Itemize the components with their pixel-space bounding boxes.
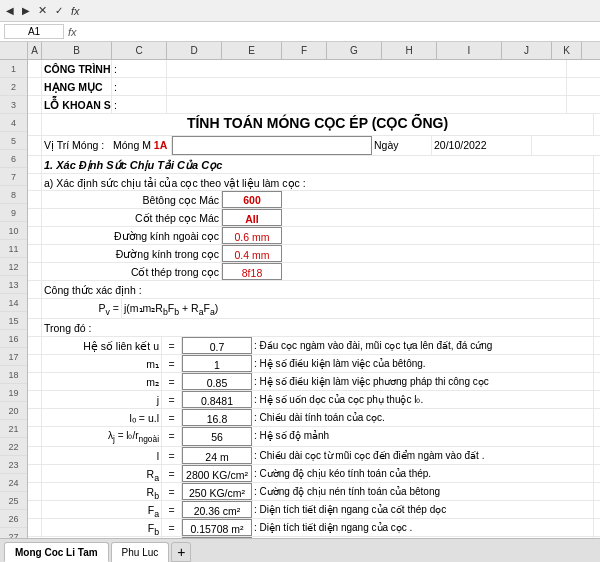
row-num-14[interactable]: 14 — [0, 294, 27, 312]
row-num-11[interactable]: 11 — [0, 240, 27, 258]
cell-vi-tri-input[interactable] — [172, 136, 372, 155]
row-num-18[interactable]: 18 — [0, 366, 27, 384]
cell-a-rb[interactable] — [28, 483, 42, 500]
cell-a7[interactable] — [28, 174, 42, 190]
col-header-f[interactable]: F — [282, 42, 327, 59]
cell-dkn-value[interactable]: 0.6 mm — [222, 227, 282, 244]
row-num-10[interactable]: 10 — [0, 222, 27, 240]
row-num-23[interactable]: 23 — [0, 456, 27, 474]
row-num-27[interactable]: 27 — [0, 528, 27, 538]
cell-a4[interactable] — [28, 114, 42, 135]
row-num-8[interactable]: 8 — [0, 186, 27, 204]
cell-a14[interactable] — [28, 299, 42, 318]
cell-c3[interactable]: : — [112, 96, 167, 113]
cell-a-ra[interactable] — [28, 465, 42, 482]
cell-c2[interactable]: : — [112, 78, 167, 95]
cell-a-pv[interactable] — [28, 537, 42, 538]
cell-a10[interactable] — [28, 227, 42, 244]
cell-dkt-value[interactable]: 0.4 mm — [222, 245, 282, 262]
toolbar-icon-forward[interactable]: ▶ — [20, 5, 32, 16]
col-header-j[interactable]: J — [502, 42, 552, 59]
cell-a-u[interactable] — [28, 337, 42, 354]
row-num-1[interactable]: 1 — [0, 60, 27, 78]
row-num-3[interactable]: 3 — [0, 96, 27, 114]
row-num-16[interactable]: 16 — [0, 330, 27, 348]
row-num-4[interactable]: 4 — [0, 114, 27, 132]
cell-d1-span[interactable] — [167, 60, 567, 77]
tab-mong-coc-li-tam[interactable]: Mong Coc Li Tam — [4, 542, 109, 562]
row-num-20[interactable]: 20 — [0, 402, 27, 420]
row-num-2[interactable]: 2 — [0, 78, 27, 96]
row-num-7[interactable]: 7 — [0, 168, 27, 186]
row-num-13[interactable]: 13 — [0, 276, 27, 294]
col-header-e[interactable]: E — [222, 42, 282, 59]
cell-a13[interactable] — [28, 281, 42, 298]
col-header-d[interactable]: D — [167, 42, 222, 59]
cell-a5[interactable] — [28, 136, 42, 155]
cell-b2[interactable]: HẠNG MỤC — [42, 78, 112, 95]
col-header-i[interactable]: I — [437, 42, 502, 59]
cell-betong-value[interactable]: 600 — [222, 191, 282, 208]
cell-l0-value[interactable]: 16.8 — [182, 409, 252, 426]
col-header-b[interactable]: B — [42, 42, 112, 59]
cell-b1[interactable]: CÔNG TRÌNH — [42, 60, 112, 77]
cell-rb-value[interactable]: 250 KG/cm² — [182, 483, 252, 500]
row-num-21[interactable]: 21 — [0, 420, 27, 438]
toolbar-icon-check[interactable]: ✓ — [53, 5, 65, 16]
cell-fa-value[interactable]: 20.36 cm² — [182, 501, 252, 518]
cell-a15[interactable] — [28, 319, 42, 336]
cell-m2-value[interactable]: 0.85 — [182, 373, 252, 390]
cell-a9[interactable] — [28, 209, 42, 226]
cell-j-value[interactable]: 0.8481 — [182, 391, 252, 408]
row-num-17[interactable]: 17 — [0, 348, 27, 366]
cell-d2-span[interactable] — [167, 78, 567, 95]
col-header-g[interactable]: G — [327, 42, 382, 59]
row-num-15[interactable]: 15 — [0, 312, 27, 330]
cell-ra-value[interactable]: 2800 KG/cm² — [182, 465, 252, 482]
tab-phu-luc[interactable]: Phu Luc — [111, 542, 170, 562]
row-num-12[interactable]: 12 — [0, 258, 27, 276]
col-header-h[interactable]: H — [382, 42, 437, 59]
col-header-c[interactable]: C — [112, 42, 167, 59]
row-num-5[interactable]: 5 — [0, 132, 27, 150]
cell-u-value[interactable]: 0.7 — [182, 337, 252, 354]
row-num-22[interactable]: 22 — [0, 438, 27, 456]
cell-a3[interactable] — [28, 96, 42, 113]
cell-cotthep-value[interactable]: AII — [222, 209, 282, 226]
row-num-9[interactable]: 9 — [0, 204, 27, 222]
vi-tri-highlight[interactable]: 1A — [154, 139, 167, 151]
cell-a6[interactable] — [28, 156, 42, 173]
cell-b3[interactable]: LỖ KHOAN SỐ — [42, 96, 112, 113]
cell-a1[interactable] — [28, 60, 42, 77]
cell-a8[interactable] — [28, 191, 42, 208]
row-num-19[interactable]: 19 — [0, 384, 27, 402]
cell-a-fa[interactable] — [28, 501, 42, 518]
cell-a-m2[interactable] — [28, 373, 42, 390]
col-header-a[interactable]: A — [28, 42, 42, 59]
cell-m1-value[interactable]: 1 — [182, 355, 252, 372]
cell-a-l[interactable] — [28, 447, 42, 464]
cell-a2[interactable] — [28, 78, 42, 95]
cell-a11[interactable] — [28, 245, 42, 262]
formula-input[interactable] — [81, 26, 596, 37]
row-num-25[interactable]: 25 — [0, 492, 27, 510]
row-num-24[interactable]: 24 — [0, 474, 27, 492]
cell-l-value[interactable]: 24 m — [182, 447, 252, 464]
cell-fb-value[interactable]: 0.15708 m² — [182, 519, 252, 536]
cell-a-j[interactable] — [28, 391, 42, 408]
name-box[interactable] — [4, 24, 64, 39]
cell-c1[interactable]: : — [112, 60, 167, 77]
cell-cttt-value[interactable]: 8f18 — [222, 263, 282, 280]
cell-pv2-value[interactable]: 331.43 T — [182, 537, 252, 538]
cell-a-fb[interactable] — [28, 519, 42, 536]
row-num-26[interactable]: 26 — [0, 510, 27, 528]
cell-d3-span[interactable] — [167, 96, 567, 113]
col-header-k[interactable]: K — [552, 42, 582, 59]
cell-a-m1[interactable] — [28, 355, 42, 372]
cell-a-lambda[interactable] — [28, 427, 42, 446]
row-num-6[interactable]: 6 — [0, 150, 27, 168]
cell-lambda-value[interactable]: 56 — [182, 427, 252, 446]
toolbar-icon-back[interactable]: ◀ — [4, 5, 16, 16]
cell-a12[interactable] — [28, 263, 42, 280]
toolbar-icon-x[interactable]: ✕ — [36, 4, 49, 17]
